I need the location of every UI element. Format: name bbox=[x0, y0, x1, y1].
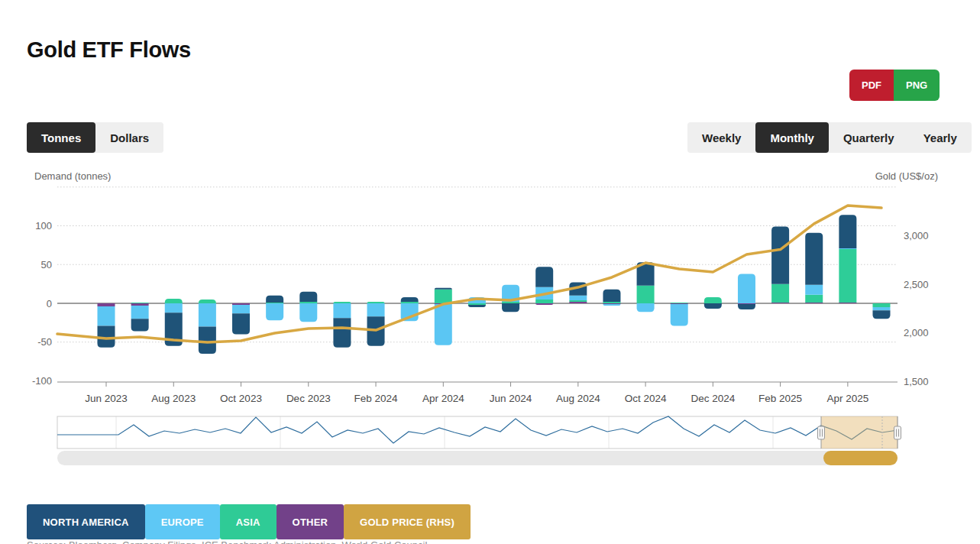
bar-segment-other[interactable] bbox=[671, 303, 688, 304]
bar-segment-asia[interactable] bbox=[266, 303, 283, 303]
bar-segment-north-america[interactable] bbox=[266, 296, 283, 303]
x-axis-label: Jun 2024 bbox=[490, 393, 532, 404]
y-axis-right-label: 3,000 bbox=[904, 230, 929, 241]
y-axis-left-label: 100 bbox=[35, 220, 52, 232]
bar-segment-europe[interactable] bbox=[872, 307, 890, 310]
navigator-handle-right[interactable] bbox=[894, 426, 901, 439]
bar-segment-europe[interactable] bbox=[98, 306, 115, 325]
scrollbar-track[interactable] bbox=[57, 451, 898, 465]
bar-segment-other[interactable] bbox=[738, 303, 755, 304]
chart-legend: NORTH AMERICA EUROPE ASIA OTHER GOLD PRI… bbox=[27, 504, 471, 539]
x-axis-label: Oct 2024 bbox=[625, 393, 667, 404]
bar-segment-north-america[interactable] bbox=[872, 310, 890, 319]
bar-segment-europe[interactable] bbox=[637, 303, 655, 312]
bar-segment-asia[interactable] bbox=[333, 302, 351, 303]
bar-segment-north-america[interactable] bbox=[232, 313, 250, 334]
y-axis-left-label: -100 bbox=[32, 375, 52, 387]
bar-segment-europe[interactable] bbox=[569, 296, 587, 300]
bar-segment-europe[interactable] bbox=[131, 306, 149, 319]
bar-segment-other[interactable] bbox=[131, 303, 149, 306]
x-axis-label: Jun 2023 bbox=[85, 393, 128, 404]
bar-segment-asia[interactable] bbox=[872, 303, 890, 307]
bar-segment-north-america[interactable] bbox=[468, 305, 486, 307]
legend-north-america-button[interactable]: NORTH AMERICA bbox=[27, 504, 145, 539]
bar-segment-europe[interactable] bbox=[367, 303, 385, 316]
bar-segment-north-america[interactable] bbox=[401, 297, 419, 302]
bar-segment-europe[interactable] bbox=[435, 304, 452, 345]
bar-segment-other[interactable] bbox=[805, 303, 823, 303]
bar-segment-asia[interactable] bbox=[839, 249, 856, 303]
legend-other-button[interactable]: OTHER bbox=[277, 504, 344, 539]
bar-segment-asia[interactable] bbox=[805, 295, 823, 303]
bar-segment-asia[interactable] bbox=[299, 302, 317, 303]
navigator-selection[interactable] bbox=[821, 416, 898, 448]
bar-segment-north-america[interactable] bbox=[535, 267, 553, 287]
bar-segment-other[interactable] bbox=[535, 303, 553, 305]
legend-asia-button[interactable]: ASIA bbox=[220, 504, 277, 539]
bar-segment-north-america[interactable] bbox=[704, 303, 722, 309]
bar-segment-other[interactable] bbox=[232, 303, 250, 305]
x-axis-label: Apr 2024 bbox=[422, 393, 464, 404]
bar-segment-other[interactable] bbox=[603, 303, 620, 304]
y-axis-left-label: 50 bbox=[41, 259, 52, 270]
bar-segment-asia[interactable] bbox=[637, 286, 655, 303]
bar-segment-europe[interactable] bbox=[232, 305, 250, 313]
legend-europe-button[interactable]: EUROPE bbox=[145, 504, 220, 539]
bar-segment-north-america[interactable] bbox=[435, 288, 452, 290]
y-axis-right-label: 2,000 bbox=[904, 327, 929, 338]
legend-gold-price-button[interactable]: GOLD PRICE (RHS) bbox=[344, 504, 471, 539]
bar-segment-other[interactable] bbox=[771, 303, 789, 303]
bar-segment-north-america[interactable] bbox=[131, 319, 149, 331]
x-axis-label: Feb 2025 bbox=[758, 393, 802, 404]
bar-segment-other[interactable] bbox=[839, 303, 856, 303]
bar-segment-europe[interactable] bbox=[671, 304, 688, 325]
bar-segment-other[interactable] bbox=[569, 302, 587, 303]
bar-segment-north-america[interactable] bbox=[839, 215, 856, 248]
bar-segment-north-america[interactable] bbox=[771, 227, 789, 284]
bar-segment-asia[interactable] bbox=[165, 299, 183, 303]
bar-segment-asia[interactable] bbox=[671, 303, 688, 303]
bar-segment-asia[interactable] bbox=[603, 302, 620, 303]
navigator-sparkline bbox=[57, 416, 898, 443]
bar-segment-north-america[interactable] bbox=[738, 304, 755, 309]
bar-segment-north-america[interactable] bbox=[502, 303, 519, 312]
bar-segment-europe[interactable] bbox=[266, 303, 283, 320]
bar-segment-europe[interactable] bbox=[333, 303, 351, 318]
bar-segment-north-america[interactable] bbox=[299, 292, 317, 302]
bar-segment-asia[interactable] bbox=[569, 300, 587, 302]
bar-segment-europe[interactable] bbox=[165, 303, 183, 312]
bar-segment-europe[interactable] bbox=[199, 303, 216, 326]
bar-segment-asia[interactable] bbox=[199, 300, 216, 303]
bar-segment-europe[interactable] bbox=[805, 285, 823, 295]
x-axis-label: Dec 2024 bbox=[691, 393, 735, 404]
y-axis-right-label: 2,500 bbox=[904, 279, 929, 290]
x-axis-label: Aug 2024 bbox=[556, 393, 600, 404]
bar-segment-asia[interactable] bbox=[435, 290, 452, 303]
gold-etf-flows-chart[interactable]: Jun 2023Aug 2023Oct 2023Dec 2023Feb 2024… bbox=[0, 0, 980, 544]
source-note: Sources: Bloomberg, Company Filings, ICE… bbox=[27, 539, 427, 544]
bar-segment-europe[interactable] bbox=[738, 274, 755, 303]
bar-segment-north-america[interactable] bbox=[333, 318, 351, 348]
bar-segment-asia[interactable] bbox=[535, 300, 553, 303]
bar-segment-asia[interactable] bbox=[771, 284, 789, 303]
bar-segment-asia[interactable] bbox=[468, 303, 486, 305]
navigator-handle-left[interactable] bbox=[818, 426, 825, 439]
y-axis-left-label: 0 bbox=[47, 298, 52, 309]
bar-segment-asia[interactable] bbox=[502, 302, 519, 303]
bar-segment-north-america[interactable] bbox=[199, 326, 216, 354]
y-axis-right-label: 1,500 bbox=[904, 376, 929, 387]
x-axis-label: Apr 2025 bbox=[826, 393, 868, 404]
bar-segment-north-america[interactable] bbox=[805, 233, 823, 285]
bar-segment-north-america[interactable] bbox=[603, 290, 620, 302]
bar-segment-asia[interactable] bbox=[704, 297, 722, 303]
bar-segment-europe[interactable] bbox=[299, 303, 317, 322]
bar-segment-asia[interactable] bbox=[401, 302, 419, 303]
bar-segment-europe[interactable] bbox=[839, 248, 856, 249]
bar-segment-asia[interactable] bbox=[131, 303, 149, 303]
bar-segment-europe[interactable] bbox=[603, 304, 620, 306]
scrollbar-thumb[interactable] bbox=[823, 451, 898, 465]
y-axis-left-label: -50 bbox=[37, 336, 52, 348]
x-axis-label: Dec 2023 bbox=[286, 393, 331, 404]
bar-segment-other[interactable] bbox=[98, 303, 115, 306]
bar-segment-asia[interactable] bbox=[367, 302, 385, 303]
